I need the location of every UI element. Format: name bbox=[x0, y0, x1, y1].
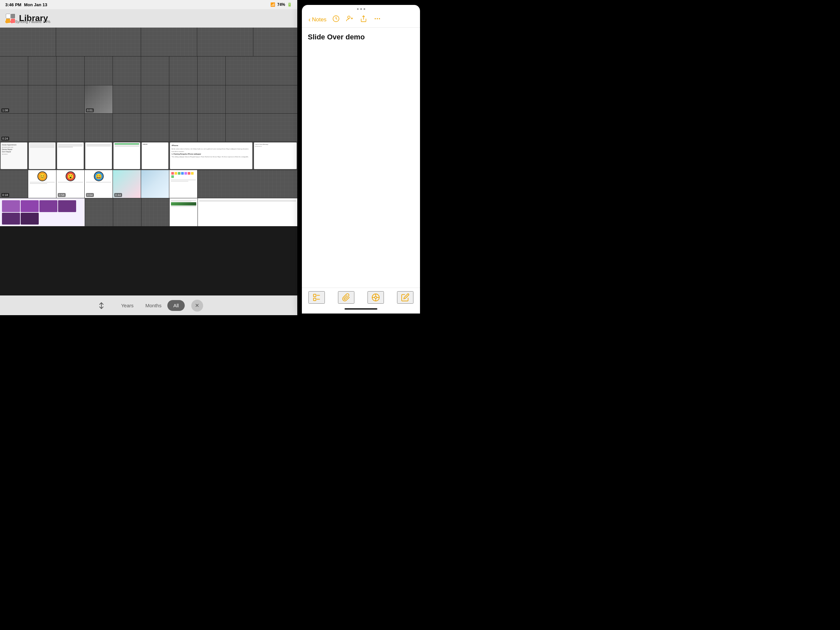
photo-cell[interactable] bbox=[113, 114, 141, 141]
photo-cell[interactable]: 0:24 bbox=[0, 114, 28, 141]
photo-cell[interactable] bbox=[197, 28, 253, 56]
photo-cell[interactable] bbox=[85, 198, 113, 226]
photo-cell[interactable] bbox=[57, 85, 84, 113]
photo-cell[interactable] bbox=[226, 85, 297, 113]
svg-point-7 bbox=[348, 16, 350, 18]
battery-icon: 🔋 bbox=[287, 2, 292, 7]
photo-cell[interactable]: 0:01 bbox=[85, 85, 112, 113]
battery-text: 74% bbox=[277, 2, 285, 7]
photo-cell[interactable]: 0:18 bbox=[0, 170, 28, 198]
photo-cell[interactable] bbox=[170, 198, 197, 226]
status-time: 3:46 PM bbox=[5, 2, 21, 7]
back-button[interactable]: ‹ Notes bbox=[306, 14, 328, 25]
notes-bottom-bar bbox=[302, 288, 420, 308]
notes-nav-bar: ‹ Notes bbox=[302, 12, 420, 28]
photo-cell[interactable]: 😮 0:58 bbox=[57, 170, 84, 198]
photo-cell[interactable] bbox=[85, 57, 112, 85]
photo-cell[interactable] bbox=[169, 85, 197, 113]
photo-cell[interactable] bbox=[85, 114, 112, 141]
photo-cell[interactable] bbox=[141, 114, 169, 141]
compose-button[interactable] bbox=[397, 291, 414, 304]
more-button[interactable] bbox=[373, 14, 382, 25]
photo-cell[interactable] bbox=[169, 170, 197, 198]
photo-cell[interactable] bbox=[0, 198, 85, 226]
nav-icons-group bbox=[331, 14, 382, 25]
photo-cell[interactable] bbox=[28, 57, 56, 85]
handle-dot bbox=[363, 8, 365, 10]
notes-panel: ‹ Notes bbox=[302, 5, 420, 313]
svg-point-12 bbox=[377, 18, 378, 19]
photo-cell[interactable] bbox=[141, 28, 197, 56]
photo-cell[interactable] bbox=[85, 142, 112, 170]
photo-cell[interactable]: ERROR bbox=[141, 142, 169, 170]
photos-header: Library bbox=[0, 9, 297, 28]
photo-cell[interactable] bbox=[226, 57, 297, 85]
back-label: Notes bbox=[312, 16, 327, 23]
close-filter-button[interactable]: ✕ bbox=[191, 300, 203, 312]
notes-content-area[interactable]: Slide Over demo bbox=[302, 28, 420, 288]
photo-cell[interactable] bbox=[113, 198, 141, 226]
photo-cell[interactable]: iPhone As the series enters its final ar… bbox=[169, 142, 253, 170]
photo-cell[interactable] bbox=[197, 170, 297, 198]
svg-rect-2 bbox=[11, 14, 15, 18]
svg-rect-16 bbox=[313, 298, 316, 301]
photo-cell[interactable]: 😊 bbox=[28, 170, 56, 198]
chevron-left-icon: ‹ bbox=[308, 16, 311, 23]
photo-cell[interactable] bbox=[141, 85, 169, 113]
photo-cell[interactable] bbox=[113, 85, 141, 113]
share-button[interactable] bbox=[358, 14, 368, 25]
photo-cell[interactable] bbox=[197, 114, 226, 141]
svg-rect-1 bbox=[6, 14, 11, 18]
months-button[interactable]: Months bbox=[139, 300, 167, 311]
photos-app: 3:46 PM Mon Jan 13 📶 74% 🔋 Library Synci… bbox=[0, 0, 297, 315]
photo-cell[interactable] bbox=[0, 28, 56, 56]
sort-button[interactable] bbox=[94, 298, 109, 313]
handle-dot bbox=[360, 8, 362, 10]
photo-cell[interactable]: 😄 0:04 bbox=[85, 170, 112, 198]
photo-cell[interactable]: Cannot Send Message ■ ■ ■ ■ ■ ■ bbox=[253, 142, 297, 170]
photo-cell[interactable] bbox=[57, 114, 84, 141]
photo-cell[interactable] bbox=[113, 57, 141, 85]
photo-cell[interactable] bbox=[57, 142, 84, 170]
photo-cell[interactable] bbox=[197, 57, 226, 85]
photo-cell[interactable] bbox=[169, 57, 197, 85]
photo-cell[interactable] bbox=[141, 57, 169, 85]
photo-cell[interactable] bbox=[57, 57, 84, 85]
photo-cell[interactable] bbox=[226, 114, 297, 141]
photos-toolbar: Years Months All ✕ bbox=[0, 296, 297, 315]
photo-cell[interactable] bbox=[253, 28, 297, 56]
wifi-icon: 📶 bbox=[270, 2, 275, 7]
sync-text: Syncing Paused: 94% bbox=[15, 20, 51, 24]
photo-cell[interactable] bbox=[0, 57, 28, 85]
photo-cell[interactable] bbox=[113, 142, 141, 170]
add-people-button[interactable] bbox=[345, 14, 355, 25]
location-button[interactable] bbox=[368, 291, 384, 304]
history-button[interactable] bbox=[331, 14, 341, 25]
photo-cell[interactable] bbox=[198, 198, 297, 226]
photo-grid: 1:08 0:01 bbox=[0, 28, 297, 296]
photo-cell[interactable]: 0:44 bbox=[113, 170, 141, 198]
note-title: Slide Over demo bbox=[308, 33, 414, 41]
photo-cell[interactable] bbox=[141, 170, 169, 198]
photo-cell[interactable] bbox=[141, 198, 169, 226]
photo-cell[interactable] bbox=[28, 85, 56, 113]
years-button[interactable]: Years bbox=[115, 300, 139, 311]
photo-cell[interactable] bbox=[28, 142, 56, 170]
handle-dot bbox=[357, 8, 358, 10]
photo-cell[interactable]: 1:08 bbox=[0, 85, 28, 113]
attachment-button[interactable] bbox=[338, 291, 354, 304]
photo-cell[interactable] bbox=[197, 85, 226, 113]
status-date: Mon Jan 13 bbox=[24, 2, 47, 7]
checklist-button[interactable] bbox=[308, 291, 325, 304]
photo-cell[interactable] bbox=[56, 28, 141, 56]
svg-point-13 bbox=[379, 18, 380, 19]
svg-point-11 bbox=[375, 18, 376, 19]
panel-drag-handle[interactable] bbox=[302, 5, 420, 12]
all-button[interactable]: All bbox=[167, 300, 185, 311]
photo-cell[interactable]: Doctor Appointment ■ ■ ■ ■ ■ ■ ■ ■ Devic… bbox=[0, 142, 28, 170]
svg-rect-14 bbox=[313, 294, 316, 297]
photo-cell[interactable] bbox=[169, 114, 197, 141]
photo-cell[interactable] bbox=[28, 114, 56, 141]
status-bar: 3:46 PM Mon Jan 13 📶 74% 🔋 bbox=[0, 0, 297, 9]
active-tab-indicator bbox=[302, 308, 420, 313]
